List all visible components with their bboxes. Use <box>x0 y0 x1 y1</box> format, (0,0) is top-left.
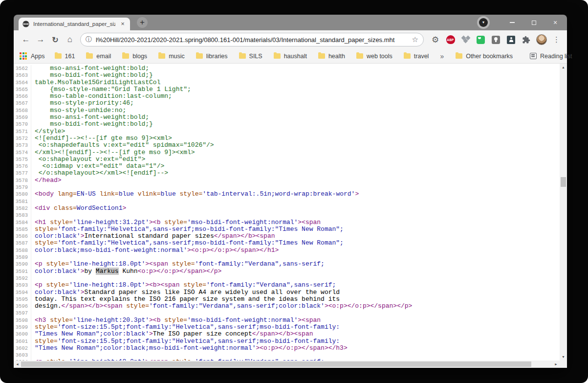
back-button[interactable]: ← <box>19 32 33 47</box>
other-bookmarks-button[interactable]: Other bookmarks <box>456 53 513 60</box>
bookmark-folder-label: travel <box>414 53 429 60</box>
dropbox-extension-button[interactable] <box>458 32 473 47</box>
maximize-icon <box>532 21 536 25</box>
bookmark-folder[interactable]: SILS <box>239 53 262 60</box>
adblock-plus-extension-button[interactable]: ABP <box>443 32 458 47</box>
line-text: <p style='line-height:18.0pt'><span styl… <box>35 261 325 268</box>
line-number: 3579 <box>14 184 31 191</box>
line-text: <div class=WordSection1> <box>35 205 126 212</box>
folder-icon <box>356 53 363 59</box>
line-text: "Times New Roman";color:black;mso-bidi-f… <box>35 345 348 352</box>
line-text: {mso-style-name:"Grid Table 1 Light"; <box>35 86 191 93</box>
line-number: 3566 <box>14 93 31 100</box>
maximize-button[interactable] <box>523 15 544 30</box>
id-badge-extension-button[interactable] <box>503 32 519 47</box>
settings-extension-button[interactable]: ⚙ <box>428 32 443 47</box>
profile-button[interactable] <box>534 32 549 47</box>
home-button[interactable]: ⌂ <box>63 32 77 47</box>
line-number: 3578 <box>14 177 31 184</box>
tab-close-icon[interactable]: × <box>119 20 127 28</box>
bookmark-folder[interactable]: music <box>158 53 185 60</box>
line-text: <o:shapelayout v:ext="edit"> <box>35 156 145 163</box>
line-number: 3570 <box>14 121 31 128</box>
code-line: 3578</head> <box>14 177 560 184</box>
line-text: color:black'>by Markus Kuhn<o:p></o:p></… <box>35 268 221 275</box>
scroll-down-arrow-icon[interactable]: ▼ <box>560 353 567 360</box>
apps-shortcut[interactable]: Apps <box>20 52 45 60</box>
scroll-right-arrow-icon[interactable]: ► <box>552 360 560 368</box>
line-number: 3594 <box>14 289 31 296</box>
bookmark-star-icon[interactable]: ☆ <box>412 35 418 44</box>
bookmark-folder[interactable]: health <box>318 53 345 60</box>
scroll-up-arrow-icon[interactable]: ▲ <box>560 64 567 71</box>
evernote-extension-button[interactable] <box>473 32 488 47</box>
line-number: 3591 <box>14 268 31 275</box>
line-text: mso-bidi-font-weight:bold;} <box>35 72 153 79</box>
code-line: 3598<h3 style='line-height:20.3pt'><b st… <box>14 317 560 324</box>
reading-list-icon <box>530 53 537 59</box>
tab-search-button[interactable]: ▼ <box>477 16 490 29</box>
tab-strip: International_standard_paper_siz × + ▼ × <box>14 15 567 30</box>
line-text: mso-style-unhide:no; <box>35 107 126 114</box>
line-text: </xml><![endif]--><!--[if gte mso 9]><xm… <box>35 149 195 156</box>
scroll-left-arrow-icon[interactable]: ◄ <box>14 360 21 368</box>
avatar <box>536 34 547 45</box>
line-number: 3599 <box>14 324 31 331</box>
horizontal-scroll-thumb[interactable] <box>21 361 531 367</box>
vertical-scroll-thumb[interactable] <box>561 177 566 187</box>
code-line: 3581 <box>14 198 560 205</box>
folder-icon <box>404 53 411 59</box>
horizontal-scrollbar[interactable]: ◄ ► <box>14 360 560 368</box>
person-badge-icon <box>507 36 515 44</box>
browser-window: International_standard_paper_siz × + ▼ ×… <box>14 15 567 368</box>
line-number: 3568 <box>14 107 31 114</box>
browser-tab[interactable]: International_standard_paper_siz × <box>19 18 130 30</box>
chevron-down-icon: ▼ <box>479 18 488 27</box>
minimize-button[interactable] <box>501 15 523 30</box>
line-number: 3592 <box>14 275 31 282</box>
page-info-icon[interactable]: ⓘ <box>86 35 92 44</box>
line-number: 3574 <box>14 149 31 156</box>
line-number: 3581 <box>14 198 31 205</box>
line-text: color:black;mso-bidi-font-weight:normal'… <box>35 247 279 254</box>
bookmark-folder[interactable]: email <box>86 53 111 60</box>
vertical-scrollbar[interactable]: ▲ ▼ <box>560 64 567 360</box>
bookmark-folder[interactable]: 161 <box>55 53 75 60</box>
line-text: color:black'>Standard paper sizes like I… <box>35 289 340 296</box>
line-text: mso-ansi-font-weight:bold; <box>35 114 149 121</box>
code-line: 3566 mso-table-condition:last-column; <box>14 93 560 100</box>
new-tab-button[interactable]: + <box>137 17 148 28</box>
line-text: style='font-size:15.5pt;font-family:"Hel… <box>35 324 340 331</box>
extensions-menu-button[interactable] <box>519 32 534 47</box>
other-bookmarks-label: Other bookmarks <box>466 53 513 60</box>
code-line: 3562 mso-ansi-font-weight:bold; <box>14 65 560 72</box>
scrollbar-corner <box>560 360 567 368</box>
line-number: 3603 <box>14 352 31 359</box>
forward-button[interactable]: → <box>33 32 48 47</box>
line-text: <![endif]--><!--[if gte mso 9]><xml> <box>35 135 172 142</box>
bookmark-folder[interactable]: travel <box>404 53 429 60</box>
folder-icon <box>55 53 62 59</box>
chrome-menu-button[interactable]: ⋮ <box>549 32 564 47</box>
address-bar[interactable]: ⓘ l%20Hill/2020-2021/2020-2021.spring/08… <box>80 33 424 46</box>
bookmark-folder[interactable]: web tools <box>356 53 392 60</box>
close-window-button[interactable]: × <box>544 15 566 30</box>
lightbulb-icon <box>492 36 500 44</box>
bookmarks-overflow-icon[interactable]: » <box>440 52 444 60</box>
bookmark-folder[interactable]: haushalt <box>274 53 307 60</box>
lightbulb-extension-button[interactable] <box>488 32 503 47</box>
code-line: 3602"Times New Roman";color:black;mso-bi… <box>14 345 560 352</box>
url-text[interactable]: l%20Hill/2020-2021/2020-2021.spring/0800… <box>96 36 408 44</box>
tab-title: International_standard_paper_siz <box>33 21 115 27</box>
code-line: 3569 mso-ansi-font-weight:bold; <box>14 114 560 121</box>
line-text: mso-bidi-font-weight:bold;} <box>35 121 153 128</box>
line-number: 3573 <box>14 142 31 149</box>
reload-button[interactable]: ↻ <box>48 32 63 47</box>
reading-list-button[interactable]: Reading list <box>530 53 572 60</box>
code-line: 3579 <box>14 184 560 191</box>
folder-icon <box>239 53 246 59</box>
bookmark-folder[interactable]: blogs <box>122 53 147 60</box>
bookmark-folder[interactable]: libraries <box>196 53 228 60</box>
code-line: 3599style='font-size:15.5pt;font-family:… <box>14 324 560 331</box>
code-line: 3603 <box>14 352 560 359</box>
